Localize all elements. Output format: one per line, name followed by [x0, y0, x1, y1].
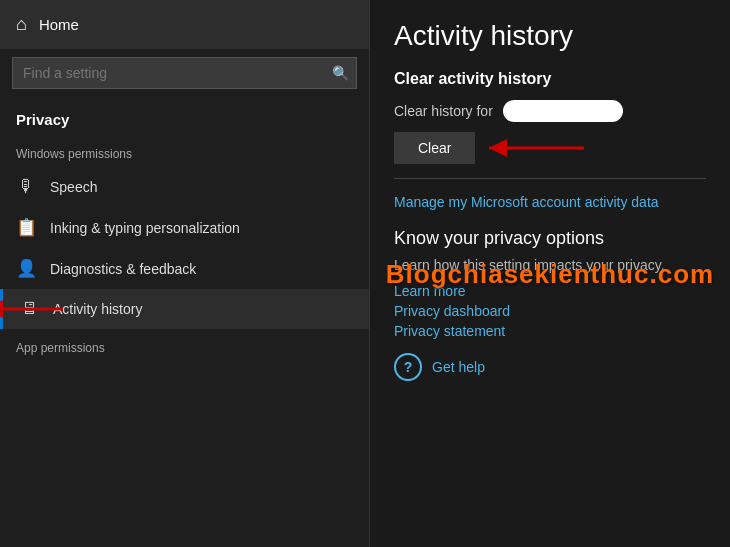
privacy-statement-link[interactable]: Privacy statement: [394, 323, 706, 339]
arrow-to-clear: [474, 128, 594, 168]
privacy-dashboard-link[interactable]: Privacy dashboard: [394, 303, 706, 319]
home-icon: ⌂: [16, 14, 27, 35]
sidebar: ⌂ Home 🔍 Privacy Windows permissions 🎙 S…: [0, 0, 370, 547]
sidebar-item-activity[interactable]: 🖥 Activity history: [0, 289, 369, 329]
home-label: Home: [39, 16, 79, 33]
sidebar-item-inking[interactable]: 📋 Inking & typing personalization: [0, 207, 369, 248]
sidebar-item-speech-label: Speech: [50, 179, 97, 195]
main-content: Activity history Clear activity history …: [370, 0, 730, 547]
app-permissions-label: App permissions: [0, 329, 369, 359]
manage-account-link[interactable]: Manage my Microsoft account activity dat…: [394, 194, 659, 210]
get-help-row: ? Get help: [394, 353, 706, 381]
clear-button-row: Clear: [394, 132, 706, 164]
privacy-title: Privacy: [16, 111, 69, 128]
windows-permissions-label: Windows permissions: [0, 139, 369, 167]
sidebar-item-activity-label: Activity history: [53, 301, 142, 317]
divider: [394, 178, 706, 179]
account-name-pill: [503, 100, 623, 122]
sidebar-item-diagnostics[interactable]: 👤 Diagnostics & feedback: [0, 248, 369, 289]
clear-button[interactable]: Clear: [394, 132, 475, 164]
page-title: Activity history: [394, 20, 706, 52]
clear-history-for-row: Clear history for: [394, 100, 706, 122]
get-help-icon: ?: [394, 353, 422, 381]
search-icon[interactable]: 🔍: [332, 65, 349, 81]
search-wrapper: 🔍: [0, 49, 369, 105]
inking-icon: 📋: [16, 217, 36, 238]
privacy-options-title: Know your privacy options: [394, 228, 706, 249]
section-title: Clear activity history: [394, 70, 706, 88]
speech-icon: 🎙: [16, 177, 36, 197]
privacy-options-desc: Learn how this setting impacts your priv…: [394, 257, 706, 273]
get-help-link[interactable]: Get help: [432, 359, 485, 375]
sidebar-item-speech[interactable]: 🎙 Speech: [0, 167, 369, 207]
sidebar-item-inking-label: Inking & typing personalization: [50, 220, 240, 236]
diagnostics-icon: 👤: [16, 258, 36, 279]
clear-history-for-label: Clear history for: [394, 103, 493, 119]
sidebar-item-home[interactable]: ⌂ Home: [0, 0, 369, 49]
search-container: 🔍: [12, 57, 357, 89]
privacy-header: Privacy: [0, 105, 369, 139]
search-input[interactable]: [12, 57, 357, 89]
activity-icon: 🖥: [19, 299, 39, 319]
learn-more-link[interactable]: Learn more: [394, 283, 706, 299]
sidebar-item-diagnostics-label: Diagnostics & feedback: [50, 261, 196, 277]
